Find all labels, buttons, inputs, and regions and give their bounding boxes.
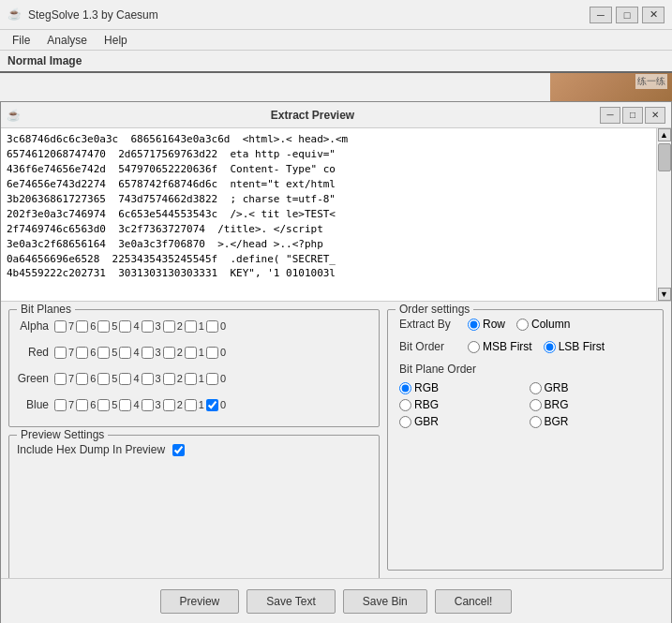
blue-check-1[interactable] — [185, 399, 197, 411]
hex-dump-checkbox[interactable] — [172, 444, 185, 456]
alpha-check-3[interactable] — [142, 320, 154, 333]
alpha-label-3: 3 — [156, 320, 161, 332]
blue-check-7[interactable] — [54, 399, 67, 411]
red-label-6: 6 — [90, 347, 96, 358]
bit-plane-order-title: Bit Plane Order — [399, 363, 651, 376]
alpha-label-6: 6 — [90, 320, 96, 332]
blue-7: 7 — [54, 399, 74, 411]
red-label-5: 5 — [112, 347, 117, 358]
menu-analyse[interactable]: Analyse — [38, 31, 96, 50]
alpha-check-5[interactable] — [97, 320, 110, 333]
scroll-down-arrow[interactable]: ▼ — [658, 288, 671, 301]
bit-planes-title: Bit Planes — [17, 303, 75, 316]
bgr-radio[interactable] — [530, 416, 542, 428]
green-check-3[interactable] — [142, 373, 154, 385]
red-2: 2 — [163, 347, 183, 359]
red-check-4[interactable] — [119, 347, 131, 359]
blue-4: 4 — [119, 399, 139, 411]
green-check-4[interactable] — [119, 373, 131, 385]
main-title-bar: ☕ StegSolve 1.3 by Caesum ─ □ ✕ — [0, 0, 672, 30]
green-check-1[interactable] — [185, 373, 197, 385]
extract-row-label: Row — [483, 318, 505, 331]
red-check-1[interactable] — [185, 347, 197, 359]
green-check-7[interactable] — [54, 373, 67, 385]
alpha-2: 2 — [163, 320, 183, 333]
close-button[interactable]: ✕ — [642, 7, 665, 23]
menu-help[interactable]: Help — [96, 31, 136, 50]
msb-first-option: MSB First — [468, 340, 532, 353]
extract-column-radio[interactable] — [516, 319, 529, 331]
extract-by-label: Extract By — [399, 318, 460, 331]
lsb-first-option: LSB First — [544, 340, 605, 353]
green-check-2[interactable] — [163, 373, 175, 385]
blue-label-2: 2 — [177, 399, 183, 410]
scroll-up-arrow[interactable]: ▲ — [658, 128, 671, 141]
blue-label: Blue — [17, 398, 54, 411]
alpha-check-6[interactable] — [76, 320, 88, 333]
blue-label-6: 6 — [90, 399, 96, 410]
bg-sublabel: 练一练 — [635, 74, 667, 89]
rgb-radio[interactable] — [399, 382, 411, 394]
extract-minimize[interactable]: ─ — [600, 107, 620, 124]
alpha-check-0[interactable] — [206, 320, 218, 333]
red-check-3[interactable] — [142, 347, 154, 359]
blue-check-0[interactable] — [206, 399, 218, 411]
alpha-check-4[interactable] — [119, 320, 131, 333]
alpha-1: 1 — [185, 320, 204, 333]
alpha-check-1[interactable] — [185, 320, 197, 333]
minimize-button[interactable]: ─ — [590, 7, 612, 23]
green-label-2: 2 — [177, 373, 183, 384]
red-check-5[interactable] — [97, 347, 110, 359]
preview-button[interactable]: Preview — [160, 589, 240, 614]
save-bin-button[interactable]: Save Bin — [343, 589, 427, 614]
cancel-button[interactable]: Cancel! — [435, 589, 513, 614]
grb-option: GRB — [530, 381, 652, 394]
blue-label-1: 1 — [199, 399, 204, 410]
red-check-0[interactable] — [206, 347, 218, 359]
grb-radio[interactable] — [530, 382, 542, 394]
blue-check-4[interactable] — [119, 399, 131, 411]
blue-check-2[interactable] — [163, 399, 175, 411]
rgb-label: RGB — [414, 381, 439, 394]
red-1: 1 — [185, 347, 204, 359]
green-check-5[interactable] — [97, 373, 110, 385]
scroll-thumb[interactable] — [658, 143, 671, 171]
rbg-radio[interactable] — [399, 399, 411, 411]
green-check-0[interactable] — [206, 373, 218, 385]
extract-close[interactable]: ✕ — [645, 107, 665, 124]
maximize-button[interactable]: □ — [616, 7, 638, 23]
green-6: 6 — [76, 373, 96, 385]
green-label-7: 7 — [68, 373, 74, 384]
red-check-6[interactable] — [76, 347, 88, 359]
blue-check-5[interactable] — [97, 399, 110, 411]
gbr-radio[interactable] — [399, 416, 411, 428]
bit-row-green: Green 7 6 5 4 3 2 1 0 — [17, 368, 371, 389]
alpha-check-7[interactable] — [54, 320, 67, 333]
blue-3: 3 — [142, 399, 161, 411]
blue-label-3: 3 — [156, 399, 161, 410]
green-check-6[interactable] — [76, 373, 88, 385]
gbr-label: GBR — [414, 415, 439, 428]
brg-radio[interactable] — [530, 399, 542, 411]
msb-radio[interactable] — [468, 341, 480, 353]
lsb-radio[interactable] — [544, 341, 556, 353]
red-check-2[interactable] — [163, 347, 175, 359]
red-4: 4 — [119, 347, 139, 359]
save-text-button[interactable]: Save Text — [246, 589, 335, 614]
alpha-7: 7 — [54, 320, 74, 333]
blue-check-3[interactable] — [142, 399, 154, 411]
blue-5: 5 — [97, 399, 117, 411]
blue-check-6[interactable] — [76, 399, 88, 411]
vertical-scrollbar[interactable]: ▲ ▼ — [656, 128, 671, 301]
red-3: 3 — [142, 347, 161, 359]
bgr-option: BGR — [530, 415, 652, 428]
blue-0: 0 — [206, 399, 226, 411]
red-check-7[interactable] — [54, 347, 67, 359]
extract-maximize[interactable]: □ — [622, 107, 643, 124]
bit-row-alpha: Alpha 7 6 5 4 3 2 1 0 — [17, 316, 371, 336]
alpha-check-2[interactable] — [163, 320, 175, 333]
blue-checkboxes: 7 6 5 4 3 2 1 0 — [54, 399, 226, 411]
extract-row-radio[interactable] — [468, 319, 480, 331]
normal-image-bar: Normal Image — [0, 51, 672, 73]
menu-file[interactable]: File — [4, 31, 38, 50]
